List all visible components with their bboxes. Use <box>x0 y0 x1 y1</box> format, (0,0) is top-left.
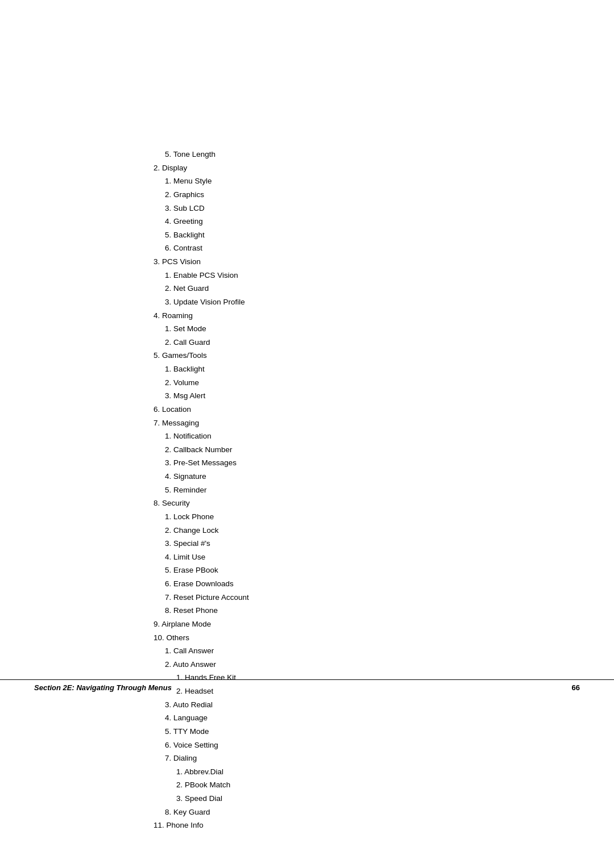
list-item: 4. Limit Use <box>165 550 580 564</box>
list-item: 1. Enable PCS Vision <box>165 269 580 282</box>
list-item: 11. Phone Info <box>154 819 580 832</box>
list-item: 1. Set Mode <box>165 322 580 336</box>
list-item: 1. Notification <box>165 429 580 443</box>
list-item: 9. Airplane Mode <box>154 617 580 631</box>
list-item: 2. Callback Number <box>165 443 580 457</box>
list-item: 3. Msg Alert <box>165 389 580 403</box>
list-item: 2. Call Guard <box>165 336 580 349</box>
list-item: 4. Language <box>165 711 580 725</box>
list-item: 7. Reset Picture Account <box>165 591 580 604</box>
list-item: 2. Volume <box>165 376 580 390</box>
list-item: 2. PBook Match <box>176 778 580 792</box>
list-item: 4. Roaming <box>154 309 580 323</box>
list-item: 8. Security <box>154 496 580 510</box>
list-item: 2. Display <box>154 161 580 175</box>
list-item: 5. Backlight <box>165 228 580 242</box>
list-item: 6. Voice Setting <box>165 738 580 752</box>
list-item: 5. TTY Mode <box>165 725 580 738</box>
page: 5. Tone Length2. Display1. Menu Style2. … <box>0 0 614 868</box>
menu-list: 5. Tone Length2. Display1. Menu Style2. … <box>154 148 580 832</box>
list-item: 4. Greeting <box>165 215 580 228</box>
list-item: 3. PCS Vision <box>154 255 580 269</box>
list-item: 2. Auto Answer <box>165 658 580 671</box>
list-item: 1. Call Answer <box>165 644 580 658</box>
footer-page-number: 66 <box>572 683 580 692</box>
list-item: 3. Update Vision Profile <box>165 295 580 309</box>
list-item: 3. Sub LCD <box>165 202 580 215</box>
list-item: 4. Signature <box>165 470 580 483</box>
list-item: 1. Menu Style <box>165 174 580 188</box>
list-item: 7. Messaging <box>154 416 580 430</box>
list-item: 6. Contrast <box>165 241 580 255</box>
list-item: 6. Location <box>154 403 580 416</box>
list-item: 5. Reminder <box>165 483 580 497</box>
list-item: 6. Erase Downloads <box>165 577 580 591</box>
content-area: 5. Tone Length2. Display1. Menu Style2. … <box>0 0 614 832</box>
footer: Section 2E: Navigating Through Menus 66 <box>0 679 614 692</box>
list-item: 3. Special #'s <box>165 537 580 550</box>
list-item: 1. Lock Phone <box>165 510 580 524</box>
list-item: 3. Pre-Set Messages <box>165 456 580 470</box>
list-item: 5. Erase PBook <box>165 564 580 577</box>
list-item: 8. Reset Phone <box>165 604 580 617</box>
list-item: 2. Graphics <box>165 188 580 202</box>
list-item: 3. Auto Redial <box>165 698 580 712</box>
list-item: 2. Net Guard <box>165 282 580 295</box>
list-item: 3. Speed Dial <box>176 792 580 806</box>
list-item: 1. Abbrev.Dial <box>176 765 580 779</box>
list-item: 5. Games/Tools <box>154 349 580 362</box>
list-item: 5. Tone Length <box>165 148 580 161</box>
list-item: 10. Others <box>154 631 580 645</box>
list-item: 7. Dialing <box>165 752 580 765</box>
list-item: 8. Key Guard <box>165 806 580 819</box>
list-item: 2. Change Lock <box>165 524 580 537</box>
footer-section-label: Section 2E: Navigating Through Menus <box>34 683 172 692</box>
list-item: 1. Backlight <box>165 362 580 376</box>
